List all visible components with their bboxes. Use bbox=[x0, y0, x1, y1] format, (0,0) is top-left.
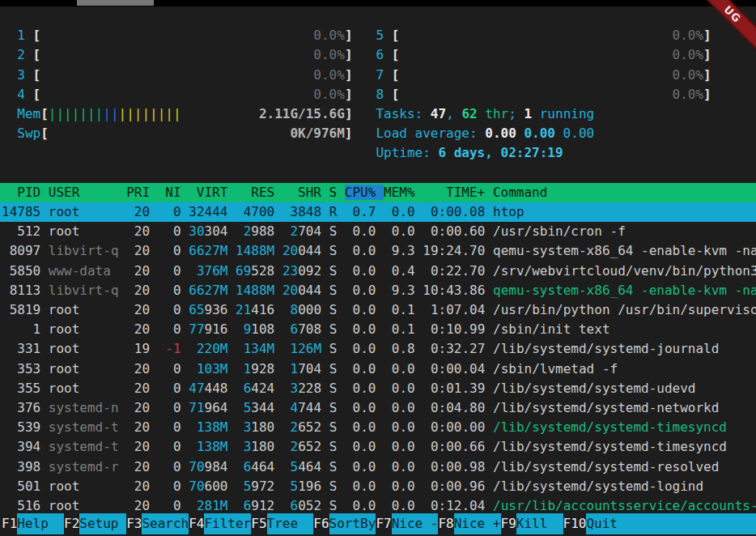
column-header-command[interactable]: Command bbox=[493, 185, 547, 200]
spacer bbox=[485, 223, 493, 239]
cell-pid: 1 bbox=[2, 321, 40, 337]
spacer bbox=[485, 263, 493, 279]
process-row[interactable]: 355 root 20 0 47448 6424 3228 S 0.0 0.0 … bbox=[0, 379, 756, 398]
spacer bbox=[181, 321, 189, 337]
spacer bbox=[274, 302, 282, 317]
spacer bbox=[227, 302, 236, 317]
spacer bbox=[150, 243, 158, 258]
spacer bbox=[119, 479, 127, 494]
cpu-meter-value: 0.0% bbox=[399, 87, 703, 102]
cell-virt: 70 bbox=[189, 479, 204, 494]
spacer bbox=[25, 47, 33, 62]
fkey-tree[interactable]: F5Tree bbox=[251, 513, 313, 534]
spacer bbox=[321, 204, 329, 219]
spacer bbox=[274, 498, 282, 513]
cell-shr: 052 bbox=[298, 498, 321, 513]
column-header-s[interactable]: S bbox=[329, 185, 345, 200]
spacer bbox=[384, 47, 392, 62]
fkey-quit[interactable]: F10Quit bbox=[563, 513, 756, 534]
spacer bbox=[119, 243, 127, 258]
tasks-threads-label: thr bbox=[478, 106, 509, 121]
process-row[interactable]: 539 systemd-t 20 0 138M 3180 2652 S 0.0 … bbox=[0, 418, 756, 437]
spacer bbox=[2, 125, 17, 141]
column-header-user[interactable]: USER bbox=[49, 185, 126, 200]
cpu-meter-label: 2 bbox=[17, 47, 25, 62]
process-row[interactable]: 394 systemd-t 20 0 138M 3180 2652 S 0.0 … bbox=[0, 437, 756, 457]
spacer bbox=[150, 223, 158, 239]
process-row[interactable]: 8113 libvirt-q 20 0 6627M 1488M 20044 S … bbox=[0, 281, 756, 300]
cell-state: S bbox=[329, 243, 338, 258]
spacer bbox=[485, 243, 493, 258]
cell-shr: 092 bbox=[298, 263, 321, 279]
spacer bbox=[119, 381, 127, 396]
spacer bbox=[415, 302, 423, 317]
fkey-search[interactable]: F3Search bbox=[126, 513, 189, 534]
fkey-label: Tree bbox=[267, 513, 314, 534]
spacer bbox=[227, 400, 236, 415]
process-row[interactable]: 353 root 20 0 103M 1928 1704 S 0.0 0.0 0… bbox=[0, 359, 756, 379]
process-row[interactable]: 5850 www-data 20 0 376M 69528 23092 S 0.… bbox=[0, 262, 756, 281]
column-header-res[interactable]: RES bbox=[236, 185, 282, 200]
cpu-meter-value: 0.0% bbox=[399, 28, 703, 43]
fkey-kill[interactable]: F9Kill bbox=[501, 513, 563, 534]
cell-command: /lib/systemd/systemd-logind bbox=[493, 479, 703, 494]
spacer bbox=[227, 263, 236, 279]
process-row[interactable]: 8097 libvirt-q 20 0 6627M 1488M 20044 S … bbox=[0, 241, 756, 261]
fkey-nice[interactable]: F8Nice + bbox=[438, 513, 500, 534]
spacer bbox=[40, 263, 49, 279]
cell-nice: 0 bbox=[158, 479, 181, 494]
process-row[interactable]: 376 systemd-n 20 0 71964 5344 4744 S 0.0… bbox=[0, 398, 756, 418]
cell-virt: 936 bbox=[205, 302, 228, 317]
spacer bbox=[415, 223, 423, 239]
fkey-help[interactable]: F1Help bbox=[2, 513, 64, 534]
fkey-nice[interactable]: F7Nice - bbox=[376, 513, 438, 534]
cell-shr: 2 bbox=[282, 419, 298, 435]
cell-time: 0:00.96 bbox=[423, 479, 485, 494]
column-header-cpu[interactable]: CPU% bbox=[345, 185, 384, 200]
column-header-pri[interactable]: PRI bbox=[126, 185, 158, 200]
cell-time: 0:12.04 bbox=[423, 498, 485, 513]
fkey-setup[interactable]: F2Setup bbox=[64, 513, 126, 534]
spacer bbox=[353, 47, 376, 62]
cell-virt: 964 bbox=[205, 400, 228, 415]
process-row[interactable]: 5819 root 20 0 65936 21416 8000 S 0.0 0.… bbox=[0, 300, 756, 320]
spacer bbox=[485, 419, 493, 435]
spacer bbox=[376, 302, 384, 317]
process-row[interactable]: 501 root 20 0 70600 5972 5196 S 0.0 0.0 … bbox=[0, 477, 756, 496]
spacer bbox=[227, 419, 236, 435]
column-header-shr[interactable]: SHR bbox=[282, 185, 329, 200]
column-header-ni[interactable]: NI bbox=[158, 185, 189, 200]
cell-priority: 20 bbox=[126, 498, 150, 513]
cell-res: 464 bbox=[251, 459, 274, 474]
process-row[interactable]: 14785 root 20 0 32444 4700 3848 R 0.7 0.… bbox=[0, 202, 756, 222]
cell-virt: 600 bbox=[205, 479, 228, 494]
spacer bbox=[337, 204, 345, 219]
spacer bbox=[40, 479, 49, 494]
mem-cache-bar: |||||||| bbox=[119, 106, 181, 121]
process-row[interactable]: 512 root 20 0 30304 2988 2704 S 0.0 0.0 … bbox=[0, 222, 756, 241]
column-header-virt[interactable]: VIRT bbox=[189, 185, 236, 200]
function-key-bar: F1Help F2Setup F3SearchF4FilterF5Tree F6… bbox=[0, 513, 756, 534]
cell-user: root bbox=[49, 321, 119, 337]
spacer bbox=[274, 204, 282, 219]
process-row[interactable]: 1 root 20 0 77916 9108 6708 S 0.0 0.1 0:… bbox=[0, 320, 756, 339]
fkey-filter[interactable]: F4Filter bbox=[189, 513, 251, 534]
spacer bbox=[376, 439, 384, 454]
column-header-pid[interactable]: PID bbox=[2, 185, 49, 200]
process-row[interactable]: 331 root 19 -1 220M 134M 126M S 0.0 0.8 … bbox=[0, 339, 756, 359]
cell-pid: 501 bbox=[2, 479, 40, 494]
cell-nice: 0 bbox=[158, 498, 181, 513]
cell-shr: 5 bbox=[282, 479, 298, 494]
process-row[interactable]: 398 systemd-r 20 0 70984 6464 5464 S 0.0… bbox=[0, 457, 756, 477]
spacer bbox=[274, 479, 282, 494]
cell-res: 5 bbox=[236, 479, 251, 494]
cpu-meter-value: 0.0% bbox=[40, 87, 345, 102]
cell-pid: 355 bbox=[2, 381, 40, 396]
column-header-mem[interactable]: MEM% bbox=[384, 185, 423, 200]
cell-cpu-percent: 0.0 bbox=[345, 263, 376, 279]
spacer bbox=[181, 283, 189, 298]
fkey-sortby[interactable]: F6SortBy bbox=[313, 513, 376, 534]
fkey-number: F7 bbox=[376, 513, 391, 534]
spacer bbox=[150, 263, 158, 279]
column-header-time[interactable]: TIME+ bbox=[423, 185, 493, 200]
